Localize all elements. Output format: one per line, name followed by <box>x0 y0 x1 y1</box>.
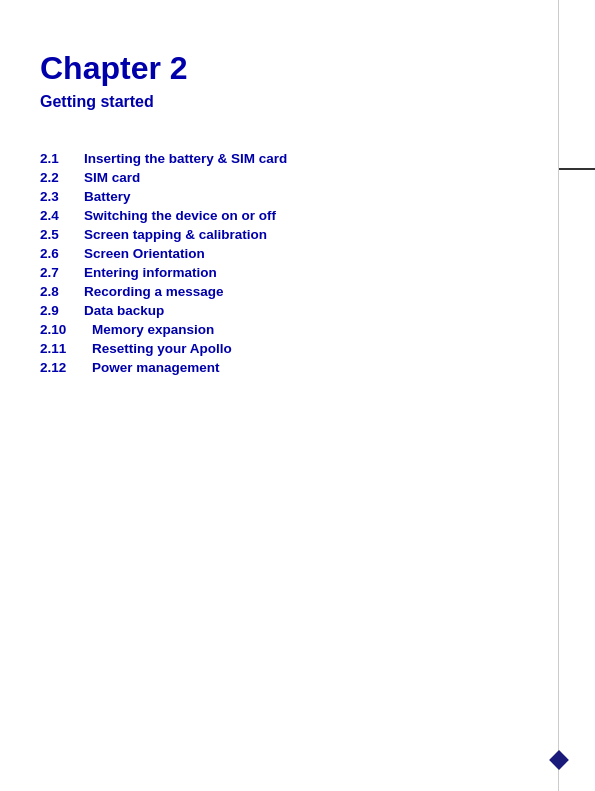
toc-item-label: Memory expansion <box>92 322 214 337</box>
toc-item-label: Inserting the battery & SIM card <box>84 151 287 166</box>
page-content: Chapter 2 Getting started 2.1Inserting t… <box>40 50 535 379</box>
toc-item-label: Recording a message <box>84 284 224 299</box>
toc-item-number: 2.8 <box>40 284 84 299</box>
toc-item[interactable]: 2.5Screen tapping & calibration <box>40 227 535 242</box>
toc-item-number: 2.1 <box>40 151 84 166</box>
chapter-subtitle: Getting started <box>40 93 535 111</box>
toc-item-number: 2.11 <box>40 341 92 356</box>
toc-item[interactable]: 2.1Inserting the battery & SIM card <box>40 151 535 166</box>
toc-item[interactable]: 2.10Memory expansion <box>40 322 535 337</box>
toc-item-label: Data backup <box>84 303 164 318</box>
toc-item[interactable]: 2.3Battery <box>40 189 535 204</box>
right-border-line <box>558 0 559 791</box>
toc-item-number: 2.4 <box>40 208 84 223</box>
toc-item-number: 2.10 <box>40 322 92 337</box>
toc-item[interactable]: 2.11Resetting your Apollo <box>40 341 535 356</box>
page: Chapter 2 Getting started 2.1Inserting t… <box>0 0 595 791</box>
toc-item[interactable]: 2.7Entering information <box>40 265 535 280</box>
toc-item[interactable]: 2.4Switching the device on or off <box>40 208 535 223</box>
toc-item-number: 2.2 <box>40 170 84 185</box>
toc-item[interactable]: 2.2SIM card <box>40 170 535 185</box>
toc-item-number: 2.7 <box>40 265 84 280</box>
toc-item[interactable]: 2.12Power management <box>40 360 535 375</box>
toc-item-number: 2.9 <box>40 303 84 318</box>
toc-item-label: Power management <box>92 360 220 375</box>
table-of-contents: 2.1Inserting the battery & SIM card2.2SI… <box>40 151 535 375</box>
toc-item-label: Entering information <box>84 265 217 280</box>
toc-item-label: Resetting your Apollo <box>92 341 232 356</box>
chapter-title: Chapter 2 <box>40 50 535 87</box>
toc-item[interactable]: 2.6Screen Orientation <box>40 246 535 261</box>
page-diamond-marker <box>549 750 569 770</box>
toc-item-number: 2.6 <box>40 246 84 261</box>
toc-item-number: 2.5 <box>40 227 84 242</box>
toc-item-label: Screen Orientation <box>84 246 205 261</box>
toc-item-label: Switching the device on or off <box>84 208 276 223</box>
toc-item-number: 2.3 <box>40 189 84 204</box>
toc-item-label: Screen tapping & calibration <box>84 227 267 242</box>
section-marker-line <box>559 168 595 170</box>
toc-item-label: Battery <box>84 189 131 204</box>
toc-item[interactable]: 2.9Data backup <box>40 303 535 318</box>
toc-item-number: 2.12 <box>40 360 92 375</box>
toc-item[interactable]: 2.8Recording a message <box>40 284 535 299</box>
toc-item-label: SIM card <box>84 170 140 185</box>
